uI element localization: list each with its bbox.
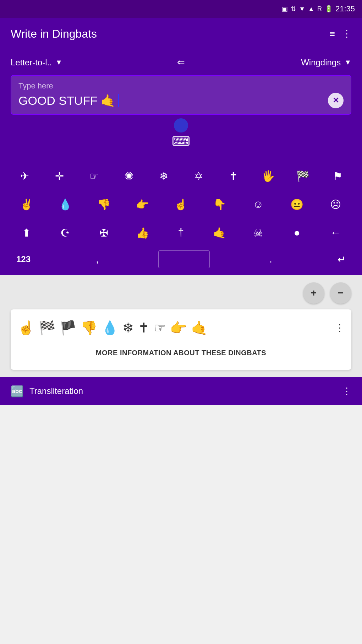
key-comma[interactable]: ,	[90, 251, 104, 268]
key-snowflake[interactable]: ❄	[149, 165, 178, 186]
battery-icon: 🔋	[325, 5, 333, 13]
output-symbol-8[interactable]: 👉	[170, 320, 187, 336]
data-icon: ⇅	[291, 5, 296, 13]
swap-icon[interactable]: ⇐	[177, 57, 185, 68]
key-dagger[interactable]: †	[167, 222, 195, 243]
output-symbol-5[interactable]: ❄	[122, 320, 134, 336]
status-bar: ▣ ⇅ ▼ ▲ R 🔋 21:35	[0, 0, 362, 18]
drag-handle-row	[11, 118, 351, 132]
keyboard-icon-row: ⌨	[11, 134, 351, 149]
key-point-up[interactable]: ☝	[167, 194, 195, 215]
right-dropdown-label: Wingdings	[301, 58, 341, 67]
key-sun[interactable]: ✺	[115, 165, 143, 186]
key-row-3: ⬆ ☪ ✠ 👍 † 🤙 ☠ ● ←	[7, 222, 355, 243]
key-flag-1[interactable]: 🏁	[289, 165, 317, 186]
dropdowns-row: Letter-to-l.. ▼ ⇐ Wingdings ▼	[11, 57, 351, 68]
key-point-right-2[interactable]: 👉	[128, 194, 157, 215]
zoom-controls: + −	[11, 282, 351, 304]
key-up-arrow[interactable]: ⬆	[12, 222, 40, 243]
drag-handle[interactable]	[174, 118, 188, 132]
key-crescent[interactable]: ☪	[51, 222, 79, 243]
left-dropdown-label: Letter-to-l..	[11, 58, 52, 67]
left-dropdown[interactable]: Letter-to-l.. ▼	[11, 58, 170, 67]
key-hand-open[interactable]: 🖐	[254, 165, 282, 186]
output-symbol-9[interactable]: 🤙	[191, 320, 208, 336]
wifi-icon: ▼	[299, 5, 305, 13]
input-area[interactable]: Type here GOOD STUFF 🤙 ✕	[11, 75, 351, 115]
output-symbol-4[interactable]: 💧	[102, 320, 118, 336]
input-placeholder: Type here	[18, 81, 344, 91]
output-symbol-3[interactable]: 👎	[81, 320, 97, 336]
header-icons: ≡ ⋮	[330, 28, 351, 39]
key-neutral[interactable]: 😐	[283, 194, 311, 215]
transliteration-icon: 🔤	[11, 385, 24, 397]
output-symbol-0[interactable]: ☝	[18, 320, 34, 336]
key-period[interactable]: .	[264, 251, 278, 268]
main-area: Letter-to-l.. ▼ ⇐ Wingdings ▼ Type here …	[0, 50, 362, 162]
app-header: Write in Dingbats ≡ ⋮	[0, 18, 362, 50]
keyboard-icon[interactable]: ⌨	[172, 134, 190, 149]
output-symbols-row: ☝ 🏁 🏴 👎 💧 ❄ ✝ ☞ 👉 🤙 ⋮	[18, 320, 344, 336]
clear-button[interactable]: ✕	[328, 93, 344, 108]
key-backspace[interactable]: ←	[321, 222, 350, 243]
dingbats-keyboard: ✈ ✛ ☞ ✺ ❄ ✡ ✝ 🖐 🏁 ⚑ ✌ 💧 👎 👉 ☝ 👇 ☺ 😐 ☹ ⬆ …	[0, 162, 362, 275]
bottom-bar: 🔤 Transliteration ⋮	[0, 377, 362, 405]
key-drop[interactable]: 💧	[51, 194, 79, 215]
key-123[interactable]: 123	[11, 251, 36, 267]
carrier-icon: R	[317, 5, 322, 13]
white-card-area: + − ☝ 🏁 🏴 👎 💧 ❄ ✝ ☞ 👉 🤙 ⋮ MORE INFORMATI…	[0, 275, 362, 377]
input-text-row: GOOD STUFF 🤙 ✕	[18, 93, 344, 108]
key-thumbs-down[interactable]: 👎	[89, 194, 118, 215]
key-point-right[interactable]: ☞	[80, 165, 108, 186]
more-info-button[interactable]: MORE INFORMATION ABOUT THESE DINGBATS	[18, 343, 344, 363]
output-symbol-7[interactable]: ☞	[154, 320, 166, 336]
key-enter[interactable]: ↵	[332, 251, 351, 268]
key-cross[interactable]: ✝	[219, 165, 247, 186]
key-peace-hand[interactable]: ✌	[12, 194, 40, 215]
left-dropdown-arrow: ▼	[55, 58, 62, 66]
key-flag-2[interactable]: ⚑	[323, 165, 352, 186]
key-smile[interactable]: ☺	[244, 194, 273, 215]
key-skull[interactable]: ☠	[244, 222, 273, 243]
output-symbol-6[interactable]: ✝	[138, 320, 149, 336]
more-options-icon[interactable]: ⋮	[342, 28, 351, 39]
key-hang-loose[interactable]: 🤙	[205, 222, 234, 243]
input-emoji: 🤙	[100, 93, 115, 108]
bottom-bar-more-icon[interactable]: ⋮	[342, 386, 351, 397]
output-more-icon[interactable]: ⋮	[335, 323, 344, 334]
input-text-value: GOOD STUFF	[18, 94, 98, 108]
output-symbol-1[interactable]: 🏁	[39, 320, 55, 336]
key-bottom-row: 123 , . ↵	[7, 250, 355, 268]
bottom-bar-left: 🔤 Transliteration	[11, 385, 83, 397]
key-frown[interactable]: ☹	[321, 194, 350, 215]
output-card: ☝ 🏁 🏴 👎 💧 ❄ ✝ ☞ 👉 🤙 ⋮ MORE INFORMATION A…	[11, 309, 351, 370]
right-dropdown-arrow: ▼	[344, 58, 351, 66]
status-icons: ▣ ⇅ ▼ ▲ R 🔋 21:35	[282, 4, 355, 13]
app-title: Write in Dingbats	[11, 27, 97, 40]
key-point-down[interactable]: 👇	[205, 194, 234, 215]
menu-list-icon[interactable]: ≡	[330, 28, 335, 39]
key-cross-pattee[interactable]: ✠	[89, 222, 118, 243]
signal-icon: ▲	[308, 5, 314, 13]
cursor	[118, 94, 119, 107]
status-time: 21:35	[335, 4, 355, 13]
input-text: GOOD STUFF 🤙	[18, 93, 119, 108]
vibrate-icon: ▣	[282, 5, 288, 13]
key-row-1: ✈ ✛ ☞ ✺ ❄ ✡ ✝ 🖐 🏁 ⚑	[7, 165, 355, 186]
right-dropdown[interactable]: Wingdings ▼	[192, 58, 351, 67]
key-row-2: ✌ 💧 👎 👉 ☝ 👇 ☺ 😐 ☹	[7, 194, 355, 215]
key-crosshair[interactable]: ✛	[45, 165, 73, 186]
zoom-in-button[interactable]: +	[303, 282, 324, 304]
key-star-david[interactable]: ✡	[184, 165, 213, 186]
key-thumbs-up[interactable]: 👍	[128, 222, 157, 243]
transliteration-label: Transliteration	[29, 386, 83, 396]
key-airplane[interactable]: ✈	[10, 165, 39, 186]
output-symbol-2[interactable]: 🏴	[60, 320, 76, 336]
key-space[interactable]	[158, 250, 209, 268]
clear-icon: ✕	[333, 96, 339, 105]
zoom-out-button[interactable]: −	[330, 282, 351, 304]
key-circle[interactable]: ●	[283, 222, 311, 243]
